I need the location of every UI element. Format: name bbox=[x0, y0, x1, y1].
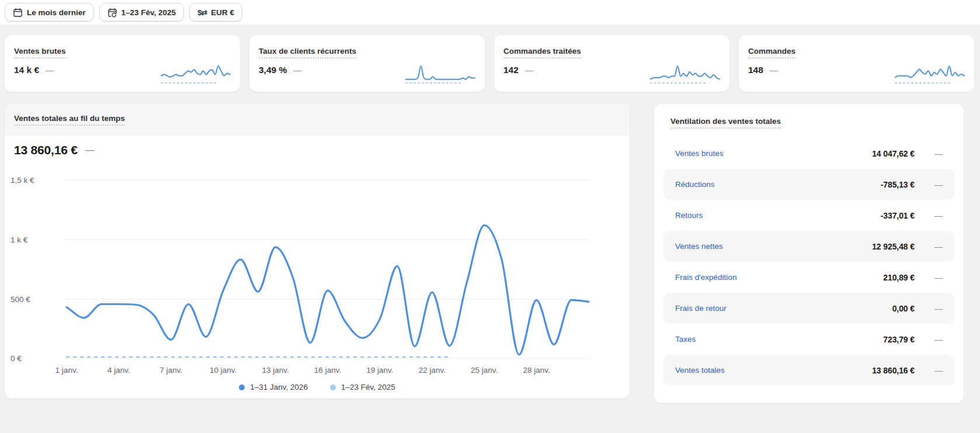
currency-exchange-icon: $⇄ bbox=[197, 8, 207, 17]
sparkline-path bbox=[161, 66, 230, 77]
y-axis-labels: 1,5 k € 1 k € 500 € 0 € bbox=[11, 176, 34, 363]
breakdown-row-total-sales: Ventes totales 13 860,16 € — bbox=[663, 355, 954, 386]
compare-range-button[interactable]: 1–23 Fév, 2025 bbox=[99, 3, 185, 22]
chart-card-header: Ventes totales au fil du temps bbox=[5, 104, 630, 136]
calendar-icon bbox=[13, 8, 23, 18]
orders-sparkline bbox=[894, 63, 966, 85]
metric-value: 142 bbox=[503, 65, 519, 75]
legend-label: 1–31 Janv, 2026 bbox=[250, 383, 308, 392]
analytics-dashboard: { "toolbar": { "period_button": "Le mois… bbox=[0, 0, 980, 433]
breakdown-value: 12 925,48 € bbox=[872, 242, 915, 251]
gridlines bbox=[65, 180, 590, 358]
x-tick-label: 4 janv. bbox=[107, 366, 130, 375]
main-content-row: Ventes totales au fil du temps 13 860,16… bbox=[5, 104, 980, 403]
metric-title[interactable]: Commandes traitées bbox=[503, 47, 581, 58]
breakdown-title[interactable]: Ventilation des ventes totales bbox=[670, 117, 781, 129]
x-tick-label: 1 janv. bbox=[55, 366, 78, 375]
breakdown-value: -785,13 € bbox=[881, 180, 915, 189]
breakdown-value: 14 047,62 € bbox=[872, 149, 915, 158]
metric-card-returning-rate[interactable]: Taux de clients récurrents 3,49 % — bbox=[249, 35, 485, 92]
breakdown-value: 723,79 € bbox=[883, 335, 915, 344]
no-comparison-dash: — bbox=[915, 180, 943, 189]
filter-toolbar: Le mois dernier 1–23 Fév, 2025 $⇄ EUR € bbox=[0, 0, 980, 25]
breakdown-row-return-fees: Frais de retour 0,00 € — bbox=[663, 293, 954, 324]
legend-dot-comparison bbox=[330, 384, 336, 390]
metric-cards-row: Ventes brutes 14 k € — Taux de clients r… bbox=[5, 35, 974, 92]
chart-title[interactable]: Ventes totales au fil du temps bbox=[14, 114, 125, 126]
breakdown-value: 0,00 € bbox=[892, 304, 915, 313]
chart-legend: 1–31 Janv, 2026 1–23 Fév, 2025 bbox=[5, 383, 630, 392]
y-tick-label: 1,5 k € bbox=[11, 176, 34, 185]
x-tick-label: 28 janv. bbox=[523, 366, 550, 375]
x-axis-labels: 1 janv.4 janv.7 janv.10 janv.13 janv.16 … bbox=[55, 366, 550, 375]
y-tick-label: 0 € bbox=[11, 354, 22, 363]
sparkline-path bbox=[651, 66, 720, 79]
breakdown-link[interactable]: Taxes bbox=[675, 335, 883, 344]
breakdown-row-discounts: Réductions -785,13 € — bbox=[663, 169, 954, 200]
no-comparison-dash: — bbox=[915, 335, 943, 344]
breakdown-row-taxes: Taxes 723,79 € — bbox=[663, 324, 954, 355]
breakdown-row-gross-sales: Ventes brutes 14 047,62 € — bbox=[663, 138, 954, 169]
x-tick-label: 7 janv. bbox=[159, 366, 182, 375]
no-comparison-dash: — bbox=[915, 149, 943, 158]
currency-label: EUR € bbox=[211, 8, 234, 17]
no-comparison-dash: — bbox=[770, 65, 778, 75]
fulfilled-orders-sparkline bbox=[649, 63, 721, 85]
no-comparison-dash: — bbox=[46, 65, 54, 75]
x-tick-label: 10 janv. bbox=[210, 366, 237, 375]
x-tick-label: 16 janv. bbox=[314, 366, 341, 375]
no-comparison-dash: — bbox=[915, 304, 943, 313]
legend-label: 1–23 Fév, 2025 bbox=[341, 383, 395, 392]
metric-card-fulfilled-orders[interactable]: Commandes traitées 142 — bbox=[494, 35, 729, 92]
breakdown-value: 210,89 € bbox=[883, 273, 915, 282]
no-comparison-dash: — bbox=[915, 366, 943, 375]
metric-value: 3,49 % bbox=[259, 65, 287, 75]
x-tick-label: 19 janv. bbox=[366, 366, 393, 375]
metric-title[interactable]: Commandes bbox=[748, 47, 795, 58]
breakdown-link[interactable]: Frais de retour bbox=[675, 304, 892, 313]
legend-item-current[interactable]: 1–31 Janv, 2026 bbox=[239, 383, 308, 392]
sparkline-path bbox=[406, 66, 475, 79]
x-tick-label: 22 janv. bbox=[419, 366, 446, 375]
y-tick-label: 500 € bbox=[11, 295, 30, 304]
no-comparison-dash: — bbox=[915, 273, 943, 282]
total-sales-chart-card: Ventes totales au fil du temps 13 860,16… bbox=[5, 104, 630, 399]
currency-button[interactable]: $⇄ EUR € bbox=[189, 3, 242, 22]
no-comparison-dash: — bbox=[915, 242, 943, 251]
y-tick-label: 1 k € bbox=[11, 235, 28, 244]
compare-range-label: 1–23 Fév, 2025 bbox=[121, 8, 176, 17]
breakdown-rows: Ventes brutes 14 047,62 € — Réductions -… bbox=[663, 138, 954, 386]
breakdown-value: -337,01 € bbox=[881, 211, 915, 220]
breakdown-link[interactable]: Ventes nettes bbox=[675, 242, 872, 251]
metric-title[interactable]: Ventes brutes bbox=[14, 47, 66, 58]
no-comparison-dash: — bbox=[293, 65, 301, 75]
breakdown-link[interactable]: Retours bbox=[675, 211, 881, 220]
chart-total-value: 13 860,16 € bbox=[14, 143, 78, 157]
calendar-compare-icon bbox=[107, 8, 117, 18]
breakdown-row-net-sales: Ventes nettes 12 925,48 € — bbox=[663, 231, 954, 262]
date-range-button[interactable]: Le mois dernier bbox=[5, 3, 94, 22]
breakdown-link[interactable]: Frais d'expédition bbox=[675, 273, 883, 282]
breakdown-link[interactable]: Ventes brutes bbox=[675, 149, 872, 158]
breakdown-row-returns: Retours -337,01 € — bbox=[663, 200, 954, 231]
no-comparison-dash: — bbox=[525, 65, 533, 75]
x-tick-label: 25 janv. bbox=[471, 366, 498, 375]
metric-card-orders[interactable]: Commandes 148 — bbox=[739, 35, 974, 92]
gross-sales-sparkline bbox=[159, 63, 232, 85]
metric-title[interactable]: Taux de clients récurrents bbox=[259, 47, 356, 58]
metric-value: 148 bbox=[748, 65, 763, 75]
metric-card-gross-sales[interactable]: Ventes brutes 14 k € — bbox=[5, 35, 240, 92]
x-tick-label: 13 janv. bbox=[262, 366, 289, 375]
metric-value: 14 k € bbox=[14, 65, 39, 75]
legend-item-comparison[interactable]: 1–23 Fév, 2025 bbox=[330, 383, 395, 392]
breakdown-row-shipping: Frais d'expédition 210,89 € — bbox=[663, 262, 954, 293]
sales-over-time-chart: 1,5 k € 1 k € 500 € 0 € 1 janv.4 janv.7 … bbox=[5, 159, 630, 376]
current-period-line bbox=[67, 225, 589, 355]
no-comparison-dash: — bbox=[915, 211, 943, 220]
breakdown-value: 13 860,16 € bbox=[872, 366, 915, 375]
date-range-label: Le mois dernier bbox=[27, 8, 86, 17]
sales-breakdown-panel: Ventilation des ventes totales Ventes br… bbox=[654, 104, 964, 403]
breakdown-link[interactable]: Réductions bbox=[675, 180, 881, 189]
legend-dot-current bbox=[239, 384, 245, 390]
breakdown-link[interactable]: Ventes totales bbox=[675, 366, 872, 375]
